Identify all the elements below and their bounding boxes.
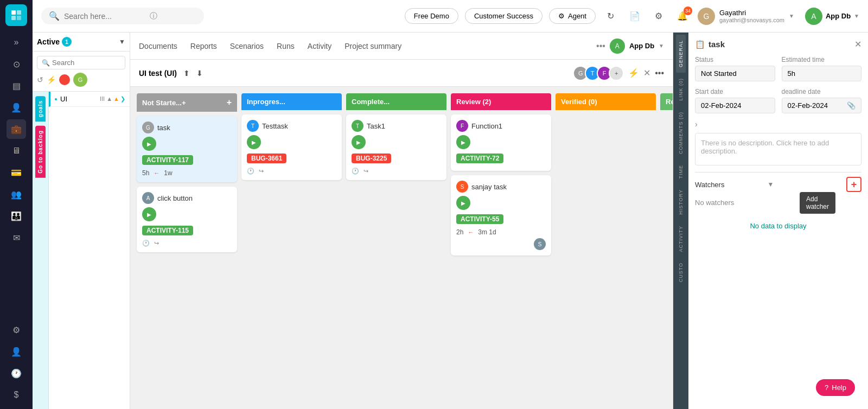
user-avatar-small[interactable]: G [73,73,87,87]
active-dropdown-icon[interactable]: ▼ [119,38,125,46]
card-title: task [157,124,170,132]
nav-settings-icon[interactable]: ⚙ [7,320,26,340]
play-button[interactable]: ▶ [352,135,366,149]
help-button[interactable]: ? Help [816,379,855,396]
deadline-value[interactable]: 02-Feb-2024 📎 [782,98,862,113]
user-dropdown-icon[interactable]: ▼ [789,13,794,19]
description-area[interactable]: There is no description. Click here to a… [695,133,861,165]
settings2-icon[interactable]: ⚙ [650,8,667,25]
nav-briefcase-icon[interactable]: 💼 [7,119,26,139]
goals-tab[interactable]: goals [35,96,46,122]
app-logo[interactable] [5,4,27,26]
user-info[interactable]: G Gayathri gayathri@snovasys.com ▼ [698,8,794,25]
nav-card-icon[interactable]: 💳 [7,163,26,182]
tab-reports[interactable]: Reports [190,34,217,58]
app-db-dropdown-icon[interactable]: ▼ [854,13,859,19]
table-row[interactable]: S sanjay task ▶ ACTIVITY-55 2h ← 3m 1d S [451,175,551,255]
nav-tv-icon[interactable]: ▤ [7,76,26,95]
nav-clock-icon[interactable]: ⊙ [7,54,26,74]
right-tab-time[interactable]: TIME [676,159,686,184]
app-db-selector[interactable]: A App Db ▼ [805,8,859,25]
play-button[interactable]: ▶ [247,135,261,149]
nav-monitor-icon[interactable]: 🖥 [7,141,26,161]
status-value[interactable]: Not Started [695,66,775,81]
tab-project-summary[interactable]: Project summary [344,34,401,58]
download-icon[interactable]: ⬇ [196,69,203,78]
deadline-field: deadline date 02-Feb-2024 📎 [782,88,862,113]
info-icon[interactable]: ⓘ [150,11,157,21]
right-tab-comments[interactable]: COMMENTS (0) [676,106,686,159]
nav-mail-icon[interactable]: ✉ [7,228,26,247]
column-resolved: Resolved... [660,93,673,402]
right-tab-activity[interactable]: ACTIVITY [676,220,686,258]
project-search-input[interactable] [52,59,95,67]
agent-button[interactable]: ⚙ Agent [549,8,596,24]
right-tab-custo[interactable]: CUSTO [676,257,686,287]
card-meta: 2h ← 3m 1d [456,228,546,236]
filter-icon[interactable]: ⚡ [47,75,56,84]
start-date-label: Start date [695,88,775,95]
more-tabs-icon[interactable]: ••• [596,41,605,51]
notification-icon[interactable]: 🔔 34 [674,8,691,25]
card-meta: 🕐 ↪ [247,168,336,175]
backlog-tab[interactable]: Go to backlog [35,126,46,178]
table-row[interactable]: F Function1 ▶ ACTIVITY-72 [451,114,551,171]
table-row[interactable]: T Testtask ▶ BUG-3661 🕐 ↪ [241,114,342,180]
tab-documents[interactable]: Documents [139,34,177,58]
watchers-dropdown-icon[interactable]: ▼ [768,181,774,188]
user-indicator[interactable] [59,74,70,85]
search-input[interactable] [64,12,145,21]
kanban-clear-icon[interactable]: ✕ [643,68,650,78]
column-add-not-started[interactable]: + [227,98,232,107]
nav-clock2-icon[interactable]: 🕐 [7,363,26,383]
table-row[interactable]: A click button ▶ ACTIVITY-115 🕐 ↪ [137,187,237,252]
kanban-add-avatar[interactable]: + [609,66,624,81]
play-button[interactable]: ▶ [456,196,470,210]
tab-actions: ••• A App Db ▼ [596,39,664,54]
project-search-wrapper[interactable]: 🔍 [37,56,125,69]
customer-success-button[interactable]: Customer Success [465,8,542,24]
reset-icon[interactable]: ↺ [37,75,43,84]
play-button[interactable]: ▶ [142,207,156,221]
nav-dollar-icon[interactable]: $ [7,385,26,405]
play-button[interactable]: ▶ [456,135,470,149]
document-icon[interactable]: 📄 [626,8,643,25]
nav-person-icon[interactable]: 👤 [7,98,26,117]
nav-users-icon[interactable]: 👥 [7,184,26,204]
no-watchers-text: No watchers [695,199,861,207]
kanban-filter-icon[interactable]: ⚡ [628,68,639,78]
expand-arrow[interactable]: › [695,120,861,129]
estimated-time-value[interactable]: 5h [782,66,862,81]
project-item-ui[interactable]: UI III ▲ ▲ ❯ [49,92,130,107]
tab-runs[interactable]: Runs [277,34,295,58]
right-tab-history[interactable]: HISTORY [676,184,686,220]
card-title: Testtask [262,122,288,130]
global-search-bar[interactable]: 🔍 ⓘ [41,8,204,24]
tab-activity[interactable]: Activity [308,34,331,58]
watchers-section: Watchers ▼ + Add watcher No watchers No … [695,177,861,241]
refresh-icon[interactable]: ↻ [602,8,620,25]
right-tab-general[interactable]: GENERAL [676,35,686,73]
free-demo-button[interactable]: Free Demo [405,8,458,24]
start-date-value[interactable]: 02-Feb-2024 [695,98,775,113]
nav-tabs: Documents Reports Scenarios Runs Activit… [130,33,673,60]
add-watcher-button[interactable]: + [846,177,861,192]
agent-icon: ⚙ [558,12,565,20]
table-row[interactable]: G task ▶ ACTIVITY-117 5h ← 1w [137,116,237,182]
card-avatar: T [352,120,363,132]
close-panel-button[interactable]: ✕ [854,39,861,49]
user-email: gayathri@snovasys.com [719,17,784,23]
play-button[interactable]: ▶ [142,137,156,151]
tab-scenarios[interactable]: Scenarios [230,34,264,58]
nav-expand-icon[interactable]: » [7,33,26,52]
nav-user2-icon[interactable]: 👤 [7,342,26,361]
nav-group-icon[interactable]: 👪 [7,206,26,226]
app-db-tab-chevron[interactable]: ▼ [659,43,664,49]
help-label: Help [832,384,846,392]
second-sidebar: Active 1 ▼ 🔍 ↺ ⚡ G goals Go to backlog [33,33,130,409]
active-count: 1 [62,37,72,47]
table-row[interactable]: T Task1 ▶ BUG-3225 🕐 ↪ [346,114,446,180]
kanban-more-icon[interactable]: ••• [655,68,664,78]
right-tab-link[interactable]: LINK (0) [676,73,686,106]
upload-icon[interactable]: ⬆ [183,69,190,78]
